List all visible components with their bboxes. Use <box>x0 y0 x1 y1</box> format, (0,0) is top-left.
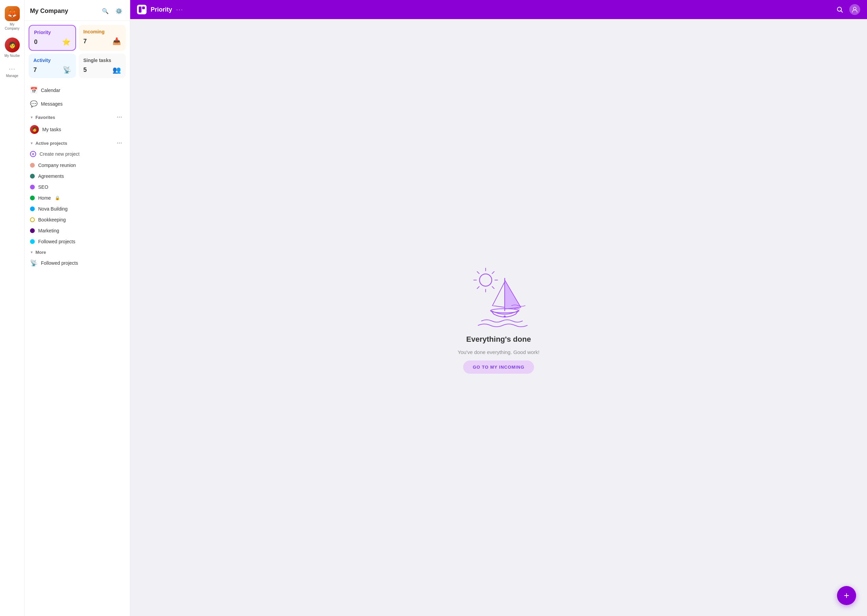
main-content: Priority ··· <box>130 0 867 616</box>
svg-line-13 <box>477 286 479 289</box>
messages-nav-item[interactable]: 💬 Messages <box>25 97 130 111</box>
my-nozbe-label: My Nozbe <box>5 54 20 58</box>
project-seo[interactable]: SEO <box>25 182 130 193</box>
project-nova-building[interactable]: Nova Building <box>25 203 130 214</box>
active-projects-section-header: ▼ Active projects ··· <box>25 137 130 148</box>
more-arrow-icon: ▼ <box>30 250 33 254</box>
empty-state-title: Everything's done <box>466 335 531 344</box>
priority-card-label: Priority <box>34 30 71 35</box>
top-bar-search-button[interactable] <box>834 4 845 15</box>
go-to-incoming-button[interactable]: GO TO MY INCOMING <box>463 360 534 374</box>
my-nozbe-button[interactable]: 🧑 My Nozbe <box>2 35 23 60</box>
project-dot-seo <box>30 185 35 189</box>
project-list: Company reunion Agreements SEO Home 🔒 No… <box>25 160 130 247</box>
project-bookkeeping[interactable]: Bookkeeping <box>25 214 130 225</box>
single-tasks-card-label: Single tasks <box>83 58 121 63</box>
project-agreements[interactable]: Agreements <box>25 171 130 182</box>
project-dot-nova <box>30 206 35 211</box>
incoming-card-label: Incoming <box>83 29 121 35</box>
svg-rect-0 <box>139 6 142 13</box>
incoming-count-row: 7 📥 <box>83 37 121 45</box>
settings-button[interactable]: ⚙️ <box>113 5 124 16</box>
search-icon <box>836 6 843 13</box>
priority-count-row: 0 ⭐ <box>34 38 71 46</box>
icon-bar: 🦊 My Company 🧑 My Nozbe ··· Manage <box>0 0 25 616</box>
company-icon-button[interactable]: 🦊 My Company <box>2 4 23 33</box>
incoming-count: 7 <box>83 38 87 45</box>
activity-card-label: Activity <box>33 58 71 63</box>
followed-projects-label: Followed projects <box>41 260 78 266</box>
my-tasks-label: My tasks <box>42 127 61 132</box>
messages-icon: 💬 <box>30 100 38 108</box>
priority-count: 0 <box>34 39 38 46</box>
svg-line-3 <box>841 11 843 13</box>
svg-point-4 <box>853 7 856 10</box>
favorites-more-button[interactable]: ··· <box>115 113 124 121</box>
project-marketing[interactable]: Marketing <box>25 225 130 236</box>
incoming-inbox-icon: 📥 <box>112 37 121 45</box>
messages-label: Messages <box>41 101 63 107</box>
activity-card[interactable]: Activity 7 📡 <box>28 53 76 78</box>
home-lock-icon: 🔒 <box>55 196 60 200</box>
project-dot-company-reunion <box>30 163 35 168</box>
svg-rect-1 <box>142 6 145 9</box>
calendar-icon: 📅 <box>30 86 38 94</box>
fab-icon: + <box>844 590 849 601</box>
favorites-label: Favorites <box>35 115 55 120</box>
top-bar-more-button[interactable]: ··· <box>176 6 183 13</box>
user-icon <box>852 6 858 13</box>
company-avatar: 🦊 <box>5 6 20 21</box>
company-label: My Company <box>3 22 21 31</box>
create-project-icon: + <box>30 151 36 157</box>
project-dot-home <box>30 196 35 200</box>
followed-projects-icon: 📡 <box>30 259 38 267</box>
activity-rss-icon: 📡 <box>63 66 71 74</box>
sidebar-title: My Company <box>30 8 68 15</box>
project-home[interactable]: Home 🔒 <box>25 193 130 203</box>
more-label: More <box>35 250 46 255</box>
sidebar: My Company 🔍 ⚙️ Priority 0 ⭐ Incoming 7 … <box>25 0 130 616</box>
priority-star-icon: ⭐ <box>62 38 71 46</box>
activity-count: 7 <box>33 66 37 74</box>
content-area: Everything's done You've done everything… <box>130 19 867 616</box>
quick-nav: Priority 0 ⭐ Incoming 7 📥 Activity 7 📡 S… <box>25 21 130 82</box>
fab-add-button[interactable]: + <box>837 586 856 605</box>
single-tasks-icon: 👥 <box>112 66 121 74</box>
active-projects-label: Active projects <box>35 141 67 146</box>
svg-line-12 <box>492 272 494 273</box>
search-button[interactable]: 🔍 <box>100 5 111 16</box>
empty-state-subtitle: You've done everything. Good work! <box>458 349 540 355</box>
favorites-arrow-icon: ▼ <box>30 115 33 119</box>
project-dot-marketing <box>30 228 35 233</box>
svg-line-11 <box>492 286 494 289</box>
project-company-news[interactable]: Followed projects <box>25 236 130 247</box>
incoming-card[interactable]: Incoming 7 📥 <box>79 25 126 51</box>
single-tasks-count: 5 <box>83 66 87 74</box>
svg-point-5 <box>480 274 492 286</box>
single-tasks-count-row: 5 👥 <box>83 66 121 74</box>
manage-label: Manage <box>6 74 18 78</box>
followed-projects-item[interactable]: 📡 Followed projects <box>25 256 130 270</box>
top-bar-user-button[interactable] <box>849 4 860 15</box>
empty-state: Everything's done You've done everything… <box>458 261 540 374</box>
svg-line-10 <box>477 272 479 273</box>
top-bar-title: Priority <box>151 6 172 13</box>
sailboat-illustration <box>461 261 536 330</box>
calendar-nav-item[interactable]: 📅 Calendar <box>25 83 130 97</box>
project-dot-agreements <box>30 174 35 179</box>
my-tasks-item[interactable]: 🧑 My tasks <box>25 122 130 137</box>
create-project-item[interactable]: + Create new project <box>25 148 130 160</box>
sidebar-nav: 📅 Calendar 💬 Messages ▼ Favorites ··· 🧑 … <box>25 82 130 616</box>
activity-count-row: 7 📡 <box>33 66 71 74</box>
calendar-label: Calendar <box>41 88 60 93</box>
manage-button[interactable]: ··· Manage <box>4 63 20 80</box>
active-projects-more-button[interactable]: ··· <box>115 139 124 147</box>
single-tasks-card[interactable]: Single tasks 5 👥 <box>79 53 126 78</box>
active-projects-arrow-icon: ▼ <box>30 141 33 145</box>
priority-card[interactable]: Priority 0 ⭐ <box>28 25 76 51</box>
project-company-reunion[interactable]: Company reunion <box>25 160 130 171</box>
manage-dots-icon: ··· <box>9 65 16 72</box>
sidebar-header-icons: 🔍 ⚙️ <box>100 5 124 16</box>
more-section-header: ▼ More <box>25 247 130 256</box>
sidebar-header: My Company 🔍 ⚙️ <box>25 0 130 21</box>
